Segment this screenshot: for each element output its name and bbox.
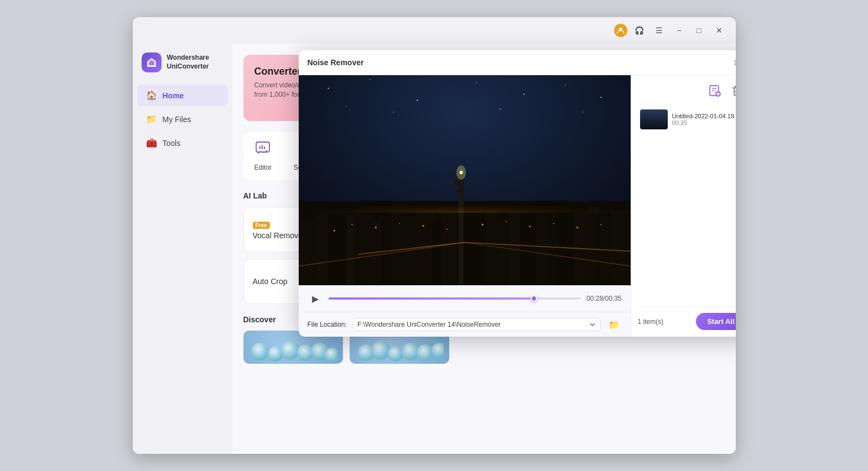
svg-point-46: [345, 106, 346, 107]
modal-header: Noise Remover ✕: [299, 50, 736, 75]
sidebar-item-home[interactable]: 🏠 Home: [137, 85, 228, 106]
logo-icon: [142, 53, 162, 72]
sidebar-myfiles-label: My Files: [163, 115, 191, 124]
sidebar-item-tools[interactable]: 🧰 Tools: [137, 132, 228, 154]
svg-rect-80: [610, 210, 630, 285]
dropdown-chevron-icon: [589, 321, 596, 328]
svg-point-82: [351, 224, 352, 225]
svg-point-28: [280, 341, 299, 360]
svg-rect-97: [299, 195, 631, 213]
auto-crop-name: Auto Crop: [253, 277, 288, 286]
myfiles-icon: 📁: [146, 114, 157, 124]
editor-label: Editor: [254, 164, 272, 171]
vocal-remover-name: Vocal Remover: [253, 231, 305, 240]
file-location-label: File Location:: [308, 321, 347, 328]
folder-button[interactable]: 📁: [606, 317, 622, 332]
noise-remover-modal[interactable]: Noise Remover ✕: [299, 50, 736, 337]
svg-point-88: [505, 221, 506, 222]
svg-rect-76: [557, 219, 576, 285]
svg-point-41: [417, 100, 418, 101]
panel-footer: 1 item(s) Start All: [638, 307, 736, 330]
svg-point-68: [456, 165, 466, 180]
svg-point-90: [553, 223, 554, 224]
logo-text: Wondershare UniConverter: [167, 54, 209, 71]
menu-icon[interactable]: ☰: [652, 23, 667, 38]
headset-icon[interactable]: 🎧: [632, 23, 647, 38]
maximize-button[interactable]: □: [692, 23, 707, 38]
sidebar-home-label: Home: [163, 91, 184, 100]
svg-point-48: [500, 108, 501, 109]
add-file-button[interactable]: [706, 82, 724, 100]
svg-point-86: [446, 229, 447, 230]
start-all-button[interactable]: Start All: [696, 313, 735, 330]
modal-right-panel: Untitled-2022-01-04 19 3... 00:35 1 item…: [631, 75, 736, 337]
file-list: Untitled-2022-01-04 19 3... 00:35: [638, 106, 736, 307]
app-window: 🎧 ☰ − □ ✕ Wondershare UniConverter 🏠 Hom…: [133, 17, 736, 454]
modal-title: Noise Remover: [308, 58, 364, 67]
svg-point-83: [375, 227, 376, 228]
svg-point-33: [371, 341, 390, 360]
svg-point-44: [565, 85, 566, 86]
svg-rect-64: [459, 171, 464, 285]
progress-thumb[interactable]: [531, 295, 537, 302]
svg-point-89: [529, 226, 531, 227]
title-bar-controls: 🎧 ☰ − □ ✕: [614, 23, 727, 38]
svg-point-36: [417, 344, 433, 361]
play-button[interactable]: ▶: [308, 291, 323, 306]
file-item[interactable]: Untitled-2022-01-04 19 3... 00:35: [638, 106, 736, 133]
delete-button[interactable]: [728, 82, 736, 100]
file-duration: 00:35: [672, 119, 736, 126]
svg-point-45: [600, 97, 601, 98]
file-info: Untitled-2022-01-04 19 3... 00:35: [672, 113, 736, 126]
editor-tool[interactable]: Editor: [254, 141, 272, 171]
svg-rect-63: [441, 213, 456, 285]
paris-video-frame: [299, 75, 631, 285]
svg-point-84: [399, 223, 400, 224]
svg-rect-71: [494, 219, 511, 285]
video-controls: ▶ 00:28/00:35: [299, 285, 631, 312]
svg-point-26: [251, 343, 269, 360]
sidebar: Wondershare UniConverter 🏠 Home 📁 My Fil…: [133, 44, 232, 454]
svg-point-47: [393, 112, 394, 113]
panel-actions: [638, 82, 736, 100]
video-area: [299, 75, 631, 285]
modal-body: ▶ 00:28/00:35 File Location: F:\Wondersh…: [299, 75, 736, 337]
file-location-input[interactable]: F:\Wondershare UniConverter 14\NoiseRemo…: [352, 318, 601, 331]
svg-rect-65: [454, 180, 463, 185]
vocal-remover-info: Free Vocal Remover: [253, 219, 305, 240]
auto-crop-info: Auto Crop: [253, 277, 288, 286]
svg-point-92: [600, 224, 601, 225]
svg-point-34: [388, 346, 403, 362]
svg-point-37: [432, 343, 444, 358]
file-location-bar: File Location: F:\Wondershare UniConvert…: [299, 312, 631, 337]
svg-point-49: [583, 112, 584, 113]
sidebar-logo: Wondershare UniConverter: [133, 53, 232, 83]
svg-point-43: [523, 94, 524, 95]
progress-fill: [329, 297, 531, 300]
user-avatar-icon[interactable]: [614, 24, 627, 37]
items-count: 1 item(s): [638, 318, 664, 326]
progress-bar[interactable]: [329, 297, 581, 300]
svg-rect-66: [455, 189, 464, 192]
svg-point-40: [369, 79, 370, 80]
file-thumbnail: [640, 109, 668, 129]
home-icon: 🏠: [146, 90, 157, 101]
svg-point-91: [576, 227, 578, 228]
close-button[interactable]: ✕: [711, 23, 727, 38]
video-section: ▶ 00:28/00:35 File Location: F:\Wondersh…: [299, 75, 631, 337]
svg-point-39: [328, 88, 329, 89]
editor-icon: [255, 141, 271, 160]
tools-icon: 🧰: [146, 138, 157, 148]
svg-point-81: [333, 229, 335, 231]
sidebar-item-myfiles[interactable]: 📁 My Files: [137, 108, 228, 130]
svg-point-42: [476, 82, 477, 83]
svg-point-87: [481, 224, 483, 226]
minimize-button[interactable]: −: [672, 23, 687, 38]
vocal-remover-badge: Free: [253, 222, 270, 229]
file-location-path: F:\Wondershare UniConverter 14\NoiseRemo…: [357, 321, 501, 328]
file-name: Untitled-2022-01-04 19 3...: [672, 113, 736, 119]
title-bar: 🎧 ☰ − □ ✕: [133, 17, 736, 44]
svg-point-85: [422, 225, 424, 227]
modal-close-button[interactable]: ✕: [730, 56, 736, 69]
sidebar-tools-label: Tools: [163, 139, 181, 148]
